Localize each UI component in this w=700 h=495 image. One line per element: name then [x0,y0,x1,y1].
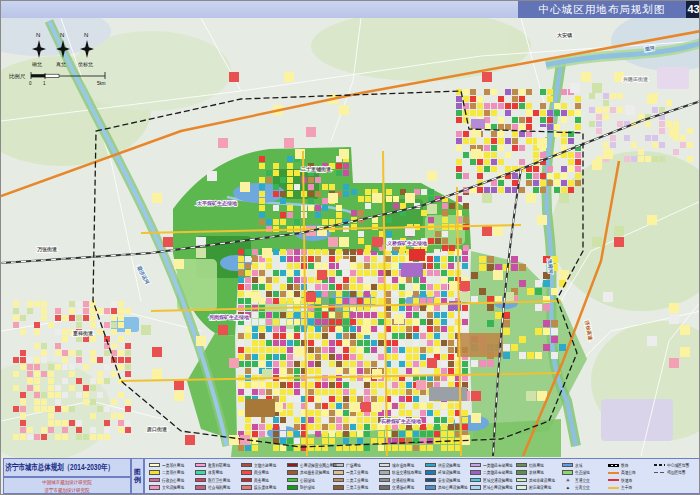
legend-item: 特殊用地 [516,462,559,468]
legend-swatch [425,470,436,475]
legend-item: 规划区范围 [654,470,697,476]
org-block: 中国城市规划设计研究院 济宁市规划设计研究院 [3,477,131,494]
legend-label: 村庄建设用地 [529,485,551,490]
legend-label: 广场用地 [346,463,361,468]
legend-item: 文化设施用地 [149,485,192,491]
plan-sheet: 中心城区用地布局规划图 43 [0,0,700,495]
org-line-2: 济宁市规划设计研究院 [10,486,123,494]
legend-label: 安全设施用地 [438,478,460,483]
legend-column: 供应设施用地环境设施用地安全设施用地其他公用设施用地 [425,462,468,491]
legend-column: 教育科研用地体育用地医疗卫生用地社会福利用地 [195,462,238,491]
legend-item: 二类工业用地 [333,477,376,483]
legend-column: 广场用地一类工业用地二类工业用地三类工业用地 [333,462,376,491]
legend-label: 交通枢纽用地 [392,478,414,483]
legend-item: 中心城区范围 [654,462,697,468]
top-bar: 中心城区用地布局规划图 43 [1,1,700,18]
legend-item: ✳互通立交 [562,477,605,483]
legend-item: 广场用地 [333,462,376,468]
legend-item: 一类工业用地 [333,470,376,476]
legend-item: 二类居住用地 [149,470,192,476]
legend-symbol-dashdot-gray [654,472,665,474]
legend-label: 行政办公用地 [162,478,184,483]
legend-item: 城市道路用地 [379,462,422,468]
legend-item: 快速路 [608,477,651,483]
legend-symbol-separation: ✦ [562,485,573,491]
legend-swatch [516,478,527,483]
map-sheet-title: 中心城区用地布局规划图 [518,1,686,18]
legend-item: 防护绿地 [287,485,330,491]
legend-label: 快速路 [621,478,632,483]
legend-item: 水域 [562,462,605,468]
legend-title-box: 图 例 [131,458,144,494]
legend-swatch [379,463,390,468]
legend-label: 规划区范围 [667,470,685,475]
map-canvas: 大安镇兴隆庄街道二十里铺街道太平煤矿生态绿地义桥煤矿生态绿地何岗煤矿生态绿地石桥… [1,18,700,459]
legend-column: 中心城区范围规划区范围 [654,462,697,491]
legend-label: 一类工业用地 [346,470,368,475]
legend-item: ✦分离立交 [562,485,605,491]
legend-item: 一类物流仓储用地 [470,462,513,468]
legend-swatch [425,463,436,468]
legend-swatch [195,470,206,475]
legend-item: 体育用地 [195,470,238,476]
legend-label: 供应设施用地 [438,463,460,468]
legend-symbol-expressway [608,479,619,481]
legend-label: 其他公用设施用地 [438,485,468,490]
legend-label: 轨道交通线路用地 [392,470,422,475]
legend-swatch [425,478,436,483]
legend-item: 其他非建设用地 [516,477,559,483]
legend-item: 高速公路 [608,470,651,476]
legend-item: 其他服务设施用地 [287,470,330,476]
legend-swatch [470,470,481,475]
legend-swatch [333,485,344,490]
org-line-1: 中国城市规划设计研究院 [10,478,123,486]
legend-item: 交通场站用地 [379,485,422,491]
legend-label: 生态绿地 [575,470,590,475]
map-label: 大安镇 [557,32,573,38]
legend-swatch [149,463,160,468]
legend-item: 社会福利用地 [195,485,238,491]
legend-swatch [241,463,252,468]
legend-item: 教育科研用地 [195,462,238,468]
legend-panel: 一类居住用地二类居住用地行政办公用地文化设施用地教育科研用地体育用地医疗卫生用地… [144,458,700,494]
legend-swatch [379,485,390,490]
legend-column: 铁路高速公路快速路主干路 [608,462,651,491]
legend-title-char: 例 [134,476,141,484]
legend-label: 交通场站用地 [392,485,414,490]
map-label: 唐口街道 [146,426,168,433]
legend-label: 体育用地 [208,470,223,475]
legend-item: 村庄建设用地 [516,485,559,491]
legend-label: 区域公用设施用地 [483,485,513,490]
legend-swatch [195,485,206,490]
legend-column: 城市道路用地轨道交通线路用地交通枢纽用地交通场站用地 [379,462,422,491]
legend-label: 主干路 [621,485,632,490]
plan-title: 济宁市城市总体规划（2014-2030年） [4,462,114,474]
legend-label: 高速公路 [621,470,636,475]
legend-title-char: 图 [134,468,141,476]
compass-label: 坐标北 [78,61,93,68]
legend-label: 二类物流仓储用地 [483,470,513,475]
legend-label: 农林用地 [529,470,544,475]
legend-swatch [379,470,390,475]
legend-column: 水域生态绿地✳互通立交✦分离立交 [562,462,605,491]
legend-swatch [287,478,298,483]
legend-swatch [195,478,206,483]
legend-label: 分离立交 [575,485,590,490]
legend-column: 一类居住用地二类居住用地行政办公用地文化设施用地 [149,462,192,491]
legend-swatch [562,470,573,475]
legend-label: 二类工业用地 [346,478,368,483]
plan-title-block: 济宁市城市总体规划（2014-2030年） [3,458,131,477]
legend-column: 文物古迹用地商业用地商务用地娱乐康体用地 [241,462,284,491]
legend-swatch [241,470,252,475]
legend-column: 特殊用地农林用地其他非建设用地村庄建设用地 [516,462,559,491]
legend-swatch [470,478,481,483]
legend-swatch [241,478,252,483]
legend-swatch [287,463,298,468]
legend-item: 公园绿地 [287,477,330,483]
map-label: 石桥煤矿生态绿地 [380,418,421,425]
legend-swatch [425,485,436,490]
legend-label: 商业用地 [254,470,269,475]
legend-label: 娱乐康体用地 [254,485,276,490]
legend-item: 一类居住用地 [149,462,192,468]
legend-column: 公用设施营业网点用地其他服务设施用地公园绿地防护绿地 [287,462,330,491]
